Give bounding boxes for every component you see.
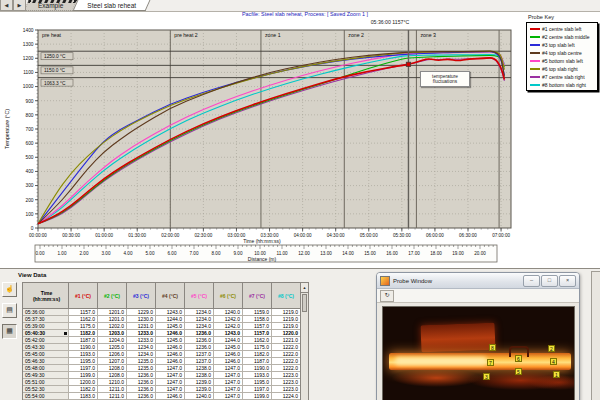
- temperature-cell: 1190.0: [243, 365, 272, 372]
- distance-tick-label: 2.00: [80, 251, 89, 256]
- probe-marker-4[interactable]: 4: [550, 358, 557, 365]
- probe-window[interactable]: Probe Window – □ × ↻ 82764531: [376, 272, 580, 400]
- row-time-cell: 05:52:30: [23, 386, 69, 393]
- table-row[interactable]: 05:37:301162.01201.01230.01244.01234.012…: [23, 316, 301, 323]
- table-row[interactable]: 05:43:301190.01205.01234.01246.01236.012…: [23, 344, 301, 351]
- legend-item-label: #3 top slab left: [542, 42, 575, 48]
- table-row[interactable]: 05:48:001197.01208.01235.01247.01238.012…: [23, 365, 301, 372]
- legend-item: #4 top slab centre: [530, 49, 595, 57]
- ref-line-label: 1150.0 °C: [44, 68, 66, 73]
- temperature-cell: 1234.0: [185, 323, 214, 330]
- table-row[interactable]: 05:45:001193.01206.01234.01246.01237.012…: [23, 351, 301, 358]
- temperature-cell: 1236.0: [127, 386, 156, 393]
- distance-tick-label: 1.00: [58, 251, 67, 256]
- legend-color-dash: [530, 76, 540, 78]
- temperature-cell: 1245.0: [156, 323, 185, 330]
- temperature-chart[interactable]: pre heatpre heat 2zone 1zone 2zone 31250…: [0, 0, 600, 266]
- probe-marker-5[interactable]: 5: [515, 368, 522, 375]
- temperature-cell: 1240.0: [214, 309, 243, 316]
- temperature-cell: 1219.0: [272, 323, 301, 330]
- ref-line-label: 1250.0 °C: [44, 54, 66, 59]
- y-tick-label: 100: [25, 212, 33, 217]
- distance-tick-label: 0.00: [36, 251, 45, 256]
- tab-scroll-left-button[interactable]: ◀: [0, 0, 13, 11]
- probe-column-header[interactable]: #8 (°C): [272, 283, 301, 309]
- temperature-cell: 1195.0: [243, 379, 272, 386]
- legend-item: #2 centre slab middle: [530, 33, 595, 41]
- temperature-cell: 1247.0: [156, 372, 185, 379]
- x-tick-label: 01:00:00: [95, 233, 113, 238]
- probe-marker-3[interactable]: 3: [483, 373, 490, 380]
- table-row[interactable]: 05:42:001187.01204.01233.01245.01236.012…: [23, 337, 301, 344]
- temperature-cell: 1220.0: [272, 330, 301, 337]
- temperature-cell: 1243.0: [156, 309, 185, 316]
- probe-column-header[interactable]: #6 (°C): [214, 283, 243, 309]
- temperature-cell: 1238.0: [185, 365, 214, 372]
- temperature-cell: 1229.0: [127, 309, 156, 316]
- table-row[interactable]: 05:40:301182.01203.01233.01246.01236.012…: [23, 330, 301, 337]
- probe-marker-8[interactable]: 8: [489, 344, 496, 351]
- legend-item-label: #2 centre slab middle: [542, 34, 590, 40]
- probe-column-header[interactable]: #2 (°C): [98, 283, 127, 309]
- table-row[interactable]: 05:46:301195.01207.01235.01246.01237.012…: [23, 358, 301, 365]
- sheet-tab-bar: ◀ ▶ Example Steel slab reheat: [0, 0, 600, 12]
- table-row[interactable]: 05:52:301182.01211.01236.01247.01239.012…: [23, 386, 301, 393]
- table-row[interactable]: 05:54:001183.01211.01236.01246.01240.012…: [23, 393, 301, 400]
- pan-tool-button[interactable]: ☝: [2, 282, 17, 297]
- table-row[interactable]: 05:36:001157.01201.01229.01243.01234.012…: [23, 309, 301, 316]
- table-row[interactable]: 05:51:001200.01210.01236.01247.01239.012…: [23, 379, 301, 386]
- table-row[interactable]: 05:39:001175.01202.01231.01245.01234.012…: [23, 323, 301, 330]
- legend-item: #6 top slab right: [530, 65, 595, 73]
- time-column-header[interactable]: Time(hh:mm:ss): [23, 283, 69, 309]
- probe-window-titlebar[interactable]: Probe Window – □ ×: [377, 273, 579, 289]
- temperature-cell: 1222.0: [272, 358, 301, 365]
- temperature-cell: 1199.0: [243, 393, 272, 400]
- slab-bright-core: [395, 357, 487, 365]
- scroll-up-icon[interactable]: ▲: [301, 283, 308, 293]
- scroll-thumb[interactable]: [302, 294, 307, 312]
- temperature-cell: 1162.0: [243, 337, 272, 344]
- table-view-button[interactable]: ▦: [2, 324, 17, 339]
- table-scrollbar[interactable]: ▲: [300, 282, 309, 400]
- temperature-cell: 1247.0: [214, 386, 243, 393]
- minimize-button[interactable]: –: [523, 275, 540, 287]
- row-time-cell: 05:43:30: [23, 344, 69, 351]
- temperature-cell: 1182.0: [69, 386, 98, 393]
- temperature-cell: 1231.0: [127, 323, 156, 330]
- distance-tick-label: 12.00: [298, 251, 310, 256]
- temperature-cell: 1245.0: [214, 344, 243, 351]
- probe-column-header[interactable]: #5 (°C): [185, 283, 214, 309]
- y-tick-label: 1300: [23, 42, 34, 47]
- probe-column-header[interactable]: #7 (°C): [243, 283, 272, 309]
- tab-steel-slab-reheat[interactable]: Steel slab reheat: [75, 0, 148, 11]
- temperature-cell: 1234.0: [185, 316, 214, 323]
- main-vertical-scrollbar[interactable]: [591, 271, 600, 400]
- refresh-button[interactable]: ↻: [380, 290, 394, 302]
- y-tick-label: 400: [25, 169, 33, 174]
- probe-column-header[interactable]: #4 (°C): [156, 283, 185, 309]
- close-button[interactable]: ×: [559, 275, 576, 287]
- temperature-cell: 1183.0: [69, 393, 98, 400]
- probe-window-icon: [380, 276, 390, 286]
- refresh-icon: ↻: [384, 292, 389, 298]
- probe-column-header[interactable]: #3 (°C): [127, 283, 156, 309]
- tab-example[interactable]: Example: [26, 0, 75, 11]
- probe-column-header[interactable]: #1 (°C): [69, 283, 98, 309]
- temperature-cell: 1208.0: [98, 365, 127, 372]
- probe-marker-1[interactable]: 1: [553, 371, 560, 378]
- probe-marker-2[interactable]: 2: [548, 345, 555, 352]
- distance-tick-label: 11.00: [276, 251, 288, 256]
- probe-marker-7[interactable]: 7: [487, 359, 494, 366]
- tab-scroll-right-button[interactable]: ▶: [13, 0, 26, 11]
- probe-marker-6[interactable]: 6: [515, 355, 522, 362]
- row-time-cell: 05:39:00: [23, 323, 69, 330]
- row-time-cell: 05:49:30: [23, 372, 69, 379]
- temperature-cell: 1246.0: [156, 393, 185, 400]
- table-row[interactable]: 05:49:301199.01208.01236.01247.01238.012…: [23, 372, 301, 379]
- temperature-cell: 1195.0: [69, 358, 98, 365]
- maximize-button[interactable]: □: [541, 275, 558, 287]
- temperature-cell: 1233.0: [127, 337, 156, 344]
- report-view-button[interactable]: ▤: [2, 303, 17, 318]
- temperature-cell: 1230.0: [127, 316, 156, 323]
- legend-item: #5 bottom slab left: [530, 57, 595, 65]
